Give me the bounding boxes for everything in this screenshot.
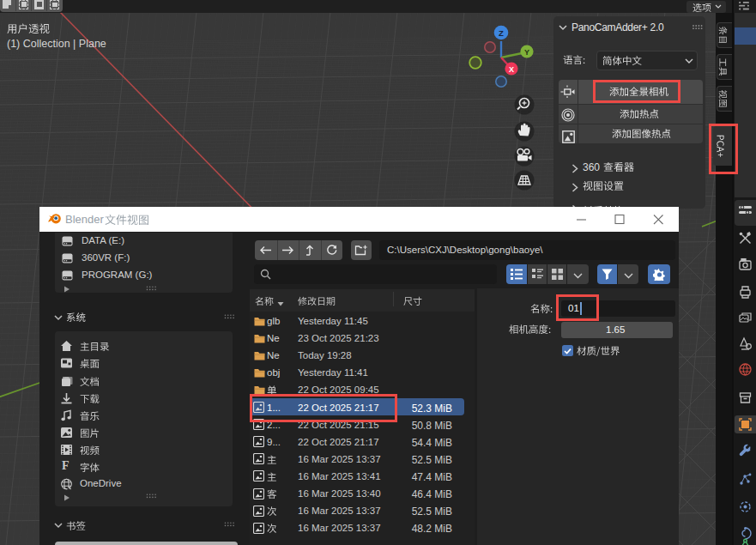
svg-text:X: X	[509, 65, 514, 74]
svg-text:Z: Z	[499, 28, 504, 38]
svg-text:Y: Y	[524, 48, 529, 57]
